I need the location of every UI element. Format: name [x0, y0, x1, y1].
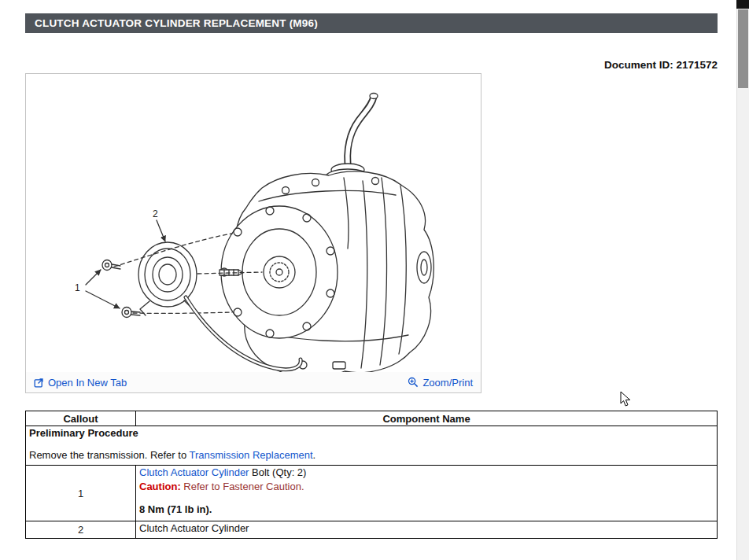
figure-callout-1: 1: [75, 282, 80, 293]
preliminary-text: Remove the transmission. Refer to: [29, 449, 190, 461]
vertical-scrollbar[interactable]: [736, 0, 749, 560]
transmission-replacement-link[interactable]: Transmission Replacement: [190, 449, 313, 461]
column-header-component: Component Name: [136, 411, 718, 426]
callout-table: Callout Component Name Preliminary Proce…: [25, 411, 718, 539]
component-cell-1: Clutch Actuator Cylinder Bolt (Qty: 2) C…: [136, 466, 718, 521]
open-in-new-tab-link[interactable]: Open In New Tab: [34, 377, 127, 389]
open-in-new-tab-label: Open In New Tab: [48, 377, 127, 389]
scrollbar-thumb[interactable]: [738, 9, 748, 88]
callout-number-2: 2: [26, 521, 136, 539]
torque-spec: 8 Nm (71 lb in).: [139, 503, 714, 515]
preliminary-procedure-title: Preliminary Procedure: [29, 427, 714, 439]
column-header-callout: Callout: [26, 411, 136, 426]
preliminary-procedure-text: Remove the transmission. Refer to Transm…: [29, 449, 714, 461]
mouse-cursor-icon: [620, 391, 632, 407]
figure-canvas: 2 1: [26, 76, 481, 372]
document-id: Document ID: 2171572: [604, 59, 718, 71]
service-info-page: CLUTCH ACTUATOR CYLINDER REPLACEMENT (M9…: [0, 0, 749, 560]
component-cell-2: Clutch Actuator Cylinder: [136, 521, 718, 539]
caution-label: Caution:: [139, 481, 181, 492]
fastener-caution-link[interactable]: Fastener Caution: [223, 481, 301, 492]
table-row-1: 1 Clutch Actuator Cylinder Bolt (Qty: 2)…: [26, 466, 718, 521]
preliminary-period: .: [313, 449, 316, 461]
callout-number-1: 1: [26, 466, 136, 521]
zoom-print-link[interactable]: Zoom/Print: [408, 377, 473, 389]
scrollbar-top-cap: [736, 0, 749, 9]
zoom-print-icon: [408, 377, 419, 388]
table-row-2: 2 Clutch Actuator Cylinder: [26, 521, 718, 539]
page-title: CLUTCH ACTUATOR CYLINDER REPLACEMENT (M9…: [35, 17, 318, 29]
caution-line: Caution: Refer to Fastener Caution.: [139, 481, 714, 492]
table-header-row: Callout Component Name: [26, 411, 718, 426]
figure-footer: Open In New Tab Zoom/Print: [26, 372, 481, 392]
figure-callout-2: 2: [153, 208, 158, 219]
transmission-illustration: 2 1: [26, 76, 481, 373]
caution-period: .: [301, 481, 304, 492]
component-rest: Bolt (Qty: 2): [249, 466, 306, 478]
zoom-print-label: Zoom/Print: [422, 377, 473, 389]
caution-text: Refer to: [181, 481, 223, 492]
clutch-actuator-cylinder-link[interactable]: Clutch Actuator Cylinder: [139, 466, 249, 478]
component-name-line: Clutch Actuator Cylinder Bolt (Qty: 2): [139, 466, 714, 478]
open-in-new-tab-icon: [34, 378, 44, 388]
section-title-bar: CLUTCH ACTUATOR CYLINDER REPLACEMENT (M9…: [25, 13, 718, 33]
preliminary-row: Preliminary Procedure Remove the transmi…: [26, 426, 718, 466]
figure-panel: 2 1 Open In New Tab: [25, 73, 482, 393]
